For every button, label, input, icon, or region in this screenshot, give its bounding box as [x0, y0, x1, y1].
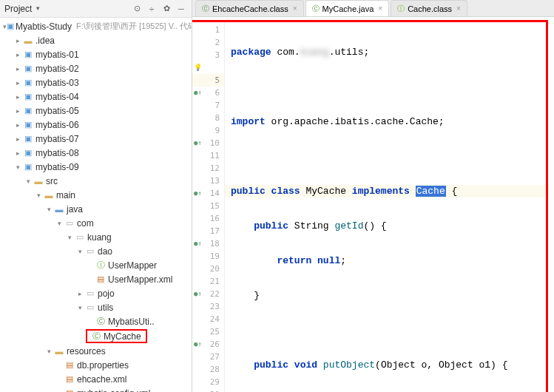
- tree-root[interactable]: ▾▣ Myabtis-Study F:\到後管理\西开 [19525] V.. …: [0, 19, 192, 33]
- tree-module-m6[interactable]: ▸▣mybatis-06: [0, 118, 192, 132]
- tree-folder-resources[interactable]: ▾▬resources: [0, 344, 192, 358]
- close-icon[interactable]: ×: [378, 4, 382, 13]
- chevron-down-icon[interactable]: ▼: [35, 5, 41, 12]
- override-icon[interactable]: ●↑: [194, 291, 202, 297]
- close-icon[interactable]: ×: [293, 4, 297, 13]
- target-icon[interactable]: ⊙: [131, 3, 143, 15]
- override-icon[interactable]: ●↑: [194, 341, 202, 348]
- tree-module-m7[interactable]: ▸▣mybatis-07: [0, 132, 192, 146]
- project-panel-header: Project ▼ ⊙ ÷ ✿ ─: [0, 0, 192, 18]
- tree-class-usermapper[interactable]: ⒾUserMapper: [0, 258, 192, 272]
- tree-pkg-utils[interactable]: ▾▭utils: [0, 300, 192, 314]
- tree-module-m3[interactable]: ▸▣mybatis-03: [0, 75, 192, 89]
- tree-folder-java[interactable]: ▾▬java: [0, 202, 192, 216]
- tree-module-m9[interactable]: ▾▣mybatis-09: [0, 160, 192, 174]
- tree-folder-main[interactable]: ▾▬main: [0, 188, 192, 202]
- gear-icon[interactable]: ✿: [161, 3, 172, 15]
- tree-pkg-kuang[interactable]: ▾▭kuang: [0, 230, 192, 244]
- close-icon[interactable]: ×: [456, 4, 461, 13]
- tree-module-m8[interactable]: ▸▣mybatis-08: [0, 146, 192, 160]
- tree-class-mycache[interactable]: ⒸMyCache: [86, 329, 147, 343]
- project-tree[interactable]: ▾▣ Myabtis-Study F:\到後管理\西开 [19525] V.. …: [0, 18, 192, 392]
- collapse-icon[interactable]: ÷: [146, 3, 158, 15]
- tree-class-mybatisutil[interactable]: ⒸMybatisUti..: [0, 314, 192, 328]
- override-icon[interactable]: ●↑: [194, 89, 202, 96]
- override-icon[interactable]: ●↑: [194, 140, 202, 146]
- project-panel: Project ▼ ⊙ ÷ ✿ ─ ▾▣ Myabtis-Study F:\到後…: [0, 0, 192, 392]
- tree-module-m4[interactable]: ▸▣mybatis-04: [0, 89, 192, 104]
- override-icon[interactable]: ●↑: [194, 240, 202, 247]
- code-content[interactable]: package com.kuang.utils; import org.apac…: [225, 22, 546, 392]
- tree-module-m2[interactable]: ▸▣mybatis-02: [0, 61, 192, 75]
- tree-file-dbprops[interactable]: ▤db.properties: [0, 358, 192, 372]
- code-editor[interactable]: 1 2 3 💡 5 ●↑6 7 8 9 ●↑10 11 12 13 ●↑14 1…: [192, 20, 548, 392]
- tree-file-mybatisconfig[interactable]: ▤mybatis-config.xml: [0, 386, 192, 392]
- tree-pkg-com[interactable]: ▾▭com: [0, 216, 192, 230]
- tree-module-m1[interactable]: ▸▣mybatis-01: [0, 47, 192, 61]
- bulb-icon[interactable]: 💡: [194, 64, 202, 71]
- gutter: 1 2 3 💡 5 ●↑6 7 8 9 ●↑10 11 12 13 ●↑14 1…: [192, 22, 225, 392]
- tree-pkg-dao[interactable]: ▾▭dao: [0, 244, 192, 258]
- tree-file-usermapperxml[interactable]: ▤UserMapper.xml: [0, 272, 192, 286]
- project-panel-title: Project: [4, 4, 32, 14]
- tab-ehcachecache[interactable]: ⒸEhcacheCache.class×: [195, 0, 304, 16]
- tab-mycache[interactable]: ⒸMyCache.java×: [305, 0, 390, 16]
- override-icon[interactable]: ●↑: [194, 190, 202, 197]
- editor-area: ⒸEhcacheCache.class× ⒸMyCache.java× ⒾCac…: [192, 0, 554, 392]
- tab-cache[interactable]: ⒾCache.class×: [391, 0, 467, 16]
- hide-icon[interactable]: ─: [175, 3, 187, 15]
- tree-folder-idea[interactable]: ▸▬.idea: [0, 33, 192, 47]
- tree-pkg-pojo[interactable]: ▸▭pojo: [0, 286, 192, 300]
- tree-module-m5[interactable]: ▸▣mybatis-05: [0, 104, 192, 118]
- tree-file-ehcachexml[interactable]: ▤ehcache.xml: [0, 372, 192, 386]
- editor-tabs: ⒸEhcacheCache.class× ⒸMyCache.java× ⒾCac…: [192, 0, 554, 17]
- tree-folder-src[interactable]: ▾▬src: [0, 174, 192, 188]
